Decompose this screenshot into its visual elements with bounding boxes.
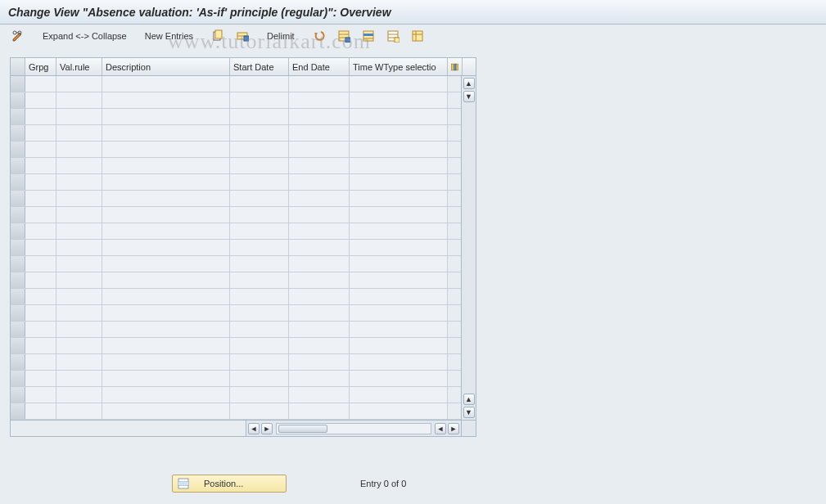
expand-collapse-button[interactable]: Expand <-> Collapse bbox=[38, 29, 132, 43]
table-cell[interactable] bbox=[56, 371, 102, 386]
hscroll-track[interactable] bbox=[276, 423, 431, 434]
table-cell[interactable] bbox=[230, 240, 289, 255]
table-cell[interactable] bbox=[350, 322, 448, 337]
table-cell[interactable] bbox=[11, 125, 25, 141]
table-cell[interactable] bbox=[230, 191, 289, 206]
table-cell[interactable] bbox=[230, 92, 289, 108]
table-row[interactable] bbox=[11, 305, 461, 322]
table-cell[interactable] bbox=[289, 354, 350, 370]
hscroll-left-end-button[interactable]: ◄ bbox=[435, 423, 446, 434]
scroll-up-button[interactable]: ▲ bbox=[463, 78, 475, 89]
table-row[interactable] bbox=[11, 387, 461, 403]
table-cell[interactable] bbox=[289, 305, 350, 321]
table-cell[interactable] bbox=[102, 240, 230, 255]
table-row[interactable] bbox=[11, 207, 461, 223]
table-cell[interactable] bbox=[11, 354, 25, 370]
table-cell[interactable] bbox=[230, 76, 289, 92]
table-cell[interactable] bbox=[56, 92, 102, 108]
table-cell[interactable] bbox=[102, 109, 230, 124]
table-cell[interactable] bbox=[102, 92, 230, 108]
hscroll-right-button[interactable]: ► bbox=[261, 423, 273, 434]
table-cell[interactable] bbox=[25, 338, 56, 353]
table-cell[interactable] bbox=[350, 76, 448, 92]
table-cell[interactable] bbox=[350, 207, 448, 223]
table-cell[interactable] bbox=[350, 338, 448, 353]
table-row[interactable] bbox=[11, 142, 461, 158]
table-cell[interactable] bbox=[350, 174, 448, 190]
table-cell[interactable] bbox=[56, 223, 102, 239]
table-cell[interactable] bbox=[56, 191, 102, 206]
column-description[interactable]: Description bbox=[102, 58, 230, 75]
scroll-up-bottom-button[interactable]: ▲ bbox=[463, 394, 475, 405]
table-cell[interactable] bbox=[25, 109, 56, 124]
table-cell[interactable] bbox=[25, 272, 56, 288]
table-cell[interactable] bbox=[230, 305, 289, 321]
table-cell[interactable] bbox=[56, 158, 102, 173]
table-cell[interactable] bbox=[102, 158, 230, 173]
table-cell[interactable] bbox=[56, 403, 102, 419]
table-cell[interactable] bbox=[25, 92, 56, 108]
table-cell[interactable] bbox=[289, 387, 350, 403]
table-cell[interactable] bbox=[11, 305, 25, 321]
new-entries-button[interactable]: New Entries bbox=[140, 29, 198, 43]
column-selector[interactable] bbox=[11, 58, 25, 75]
position-button[interactable]: Position... bbox=[172, 475, 287, 493]
table-cell[interactable] bbox=[102, 289, 230, 304]
table-cell[interactable] bbox=[25, 223, 56, 239]
table-cell[interactable] bbox=[102, 256, 230, 272]
table-row[interactable] bbox=[11, 289, 461, 305]
table-cell[interactable] bbox=[11, 191, 25, 206]
table-cell[interactable] bbox=[230, 387, 289, 403]
table-cell[interactable] bbox=[11, 92, 25, 108]
table-cell[interactable] bbox=[289, 322, 350, 337]
table-cell[interactable] bbox=[230, 207, 289, 223]
table-row[interactable] bbox=[11, 223, 461, 240]
table-cell[interactable] bbox=[230, 256, 289, 272]
table-cell[interactable] bbox=[289, 272, 350, 288]
table-cell[interactable] bbox=[56, 387, 102, 403]
scroll-down-bottom-button[interactable]: ▼ bbox=[463, 407, 475, 418]
table-cell[interactable] bbox=[11, 322, 25, 337]
table-cell[interactable] bbox=[56, 109, 102, 124]
table-cell[interactable] bbox=[289, 125, 350, 141]
table-cell[interactable] bbox=[11, 240, 25, 255]
table-cell[interactable] bbox=[350, 223, 448, 239]
table-cell[interactable] bbox=[289, 142, 350, 157]
table-cell[interactable] bbox=[102, 272, 230, 288]
table-cell[interactable] bbox=[25, 289, 56, 304]
table-cell[interactable] bbox=[230, 109, 289, 124]
table-cell[interactable] bbox=[25, 305, 56, 321]
table-cell[interactable] bbox=[230, 322, 289, 337]
table-cell[interactable] bbox=[102, 125, 230, 141]
column-configure[interactable] bbox=[448, 58, 463, 75]
deselect-all-button[interactable] bbox=[381, 28, 404, 44]
table-cell[interactable] bbox=[11, 272, 25, 288]
table-cell[interactable] bbox=[289, 109, 350, 124]
table-cell[interactable] bbox=[25, 158, 56, 173]
table-cell[interactable] bbox=[230, 158, 289, 173]
table-cell[interactable] bbox=[350, 289, 448, 304]
table-cell[interactable] bbox=[56, 354, 102, 370]
table-cell[interactable] bbox=[56, 322, 102, 337]
copy-button[interactable] bbox=[206, 28, 229, 44]
table-cell[interactable] bbox=[11, 338, 25, 353]
table-cell[interactable] bbox=[25, 322, 56, 337]
table-row[interactable] bbox=[11, 272, 461, 289]
table-cell[interactable] bbox=[350, 109, 448, 124]
table-row[interactable] bbox=[11, 125, 461, 142]
table-cell[interactable] bbox=[350, 240, 448, 255]
table-cell[interactable] bbox=[56, 174, 102, 190]
column-end-date[interactable]: End Date bbox=[289, 58, 350, 75]
table-cell[interactable] bbox=[56, 76, 102, 92]
table-cell[interactable] bbox=[11, 142, 25, 157]
table-settings-button[interactable] bbox=[406, 28, 429, 44]
table-cell[interactable] bbox=[289, 289, 350, 304]
delete-button[interactable] bbox=[231, 28, 254, 44]
table-cell[interactable] bbox=[350, 354, 448, 370]
table-cell[interactable] bbox=[230, 174, 289, 190]
table-cell[interactable] bbox=[230, 354, 289, 370]
table-cell[interactable] bbox=[25, 142, 56, 157]
table-cell[interactable] bbox=[25, 403, 56, 419]
table-cell[interactable] bbox=[102, 338, 230, 353]
column-time-wtype[interactable]: Time WType selectio bbox=[350, 58, 448, 75]
